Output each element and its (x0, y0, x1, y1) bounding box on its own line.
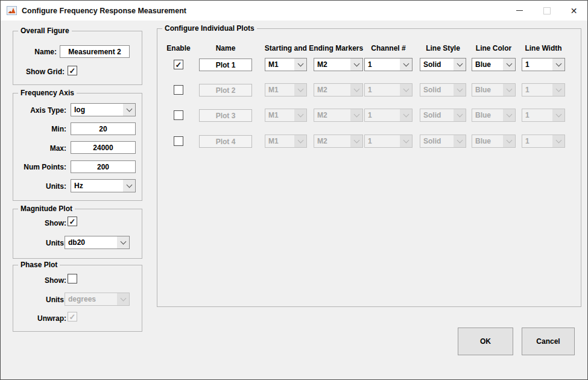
header-line-style: Line Style (420, 44, 466, 52)
phase-plot-group: Phase Plot Show: Units: degrees Unwrap: (13, 265, 142, 332)
plot1-start-marker-select[interactable]: M1 (265, 58, 307, 71)
chevron-down-icon (350, 59, 362, 71)
phase-plot-legend: Phase Plot (18, 261, 60, 269)
plot3-enable-checkbox[interactable] (174, 110, 183, 120)
max-input[interactable]: 24000 (71, 141, 136, 154)
plot4-name-input: Plot 4 (199, 135, 252, 148)
show-grid-label: Show Grid: (16, 68, 65, 76)
plot1-name-input[interactable]: Plot 1 (199, 59, 252, 71)
plot-row-2: Plot 2 M1 M2 1 Solid Blue 1 (157, 83, 581, 99)
chevron-down-icon (454, 135, 466, 147)
phase-show-checkbox[interactable] (68, 274, 77, 283)
overall-figure-legend: Overall Figure (18, 27, 72, 35)
plot1-line-color-select[interactable]: Blue (472, 58, 516, 71)
window-controls: ✕ (506, 1, 587, 21)
magnitude-units-label: Units: (13, 239, 66, 247)
chevron-down-icon (454, 109, 466, 121)
plot1-enable-checkbox[interactable] (174, 60, 183, 69)
plot2-line-width-select: 1 (522, 83, 565, 97)
chevron-down-icon (552, 84, 564, 96)
title-bar: Configure Frequency Response Measurement… (1, 1, 587, 21)
plot-row-3: Plot 3 M1 M2 1 Solid Blue 1 (157, 109, 581, 124)
magnitude-plot-legend: Magnitude Plot (18, 204, 75, 213)
cancel-button[interactable]: Cancel (522, 328, 575, 355)
min-input[interactable]: 20 (71, 122, 136, 135)
freq-units-label: Units: (13, 182, 66, 191)
magnitude-units-select[interactable]: db20 (65, 236, 130, 249)
chevron-down-icon (294, 84, 306, 96)
chevron-down-icon (117, 236, 129, 249)
chevron-down-icon (503, 109, 515, 121)
individual-plots-group: Configure Individual Plots Enable Name S… (157, 28, 581, 307)
num-points-label: Num Points: (13, 163, 66, 171)
header-line-color: Line Color (472, 44, 516, 52)
plot3-end-marker-select: M2 (314, 109, 363, 122)
plot1-channel-select[interactable]: 1 (364, 58, 413, 71)
plot1-line-style-select[interactable]: Solid (420, 58, 466, 71)
plot2-line-color-select: Blue (472, 83, 516, 97)
phase-units-select: degrees (65, 293, 130, 306)
plot3-line-color-select: Blue (472, 109, 516, 122)
chevron-down-icon (350, 84, 362, 96)
name-label: Name: (16, 48, 57, 56)
chevron-down-icon (123, 104, 135, 116)
magnitude-plot-group: Magnitude Plot Show: Units: db20 (13, 209, 142, 259)
header-channel: Channel # (364, 44, 413, 52)
plot2-enable-checkbox[interactable] (174, 85, 183, 95)
chevron-down-icon (294, 135, 306, 147)
plot2-name-input: Plot 2 (199, 84, 252, 97)
plot1-end-marker-select[interactable]: M2 (314, 58, 363, 71)
frequency-axis-group: Frequency Axis Axis Type: log Min: 20 Ma… (13, 93, 142, 201)
header-line-width: Line Width (522, 44, 565, 52)
magnitude-show-checkbox[interactable] (68, 217, 77, 226)
ok-button[interactable]: OK (458, 328, 513, 355)
header-enable: Enable (160, 44, 197, 52)
plot3-line-width-select: 1 (522, 109, 565, 122)
maximize-icon (543, 7, 551, 14)
phase-units-label: Units: (13, 296, 66, 304)
chevron-down-icon (350, 135, 362, 147)
plot4-start-marker-select: M1 (265, 135, 307, 148)
unwrap-checkbox (68, 312, 77, 321)
figure-name-input[interactable]: Measurement 2 (60, 45, 130, 58)
chevron-down-icon (294, 109, 306, 121)
frequency-axis-legend: Frequency Axis (18, 89, 77, 97)
plot1-line-width-select[interactable]: 1 (522, 58, 565, 71)
close-icon: ✕ (571, 7, 578, 15)
axis-type-label: Axis Type: (13, 106, 66, 115)
window-title: Configure Frequency Response Measurement (22, 7, 186, 15)
chevron-down-icon (350, 109, 362, 121)
minimize-icon (516, 10, 523, 11)
chevron-down-icon (400, 59, 412, 71)
individual-plots-legend: Configure Individual Plots (162, 24, 257, 33)
minimize-button[interactable] (506, 1, 533, 21)
chevron-down-icon (294, 59, 306, 71)
min-label: Min: (13, 125, 66, 133)
chevron-down-icon (117, 293, 129, 305)
chevron-down-icon (454, 59, 466, 71)
close-button[interactable]: ✕ (560, 1, 587, 21)
chevron-down-icon (503, 59, 515, 71)
axis-type-select[interactable]: log (71, 103, 136, 116)
chevron-down-icon (400, 84, 412, 96)
num-points-input[interactable]: 200 (71, 160, 136, 173)
matlab-logo-icon (7, 6, 17, 15)
plot2-line-style-select: Solid (420, 83, 466, 97)
plot3-name-input: Plot 3 (199, 109, 252, 122)
overall-figure-group: Overall Figure Name: Measurement 2 Show … (13, 31, 142, 85)
chevron-down-icon (503, 84, 515, 96)
plot2-end-marker-select: M2 (314, 83, 363, 97)
plot4-channel-select: 1 (364, 135, 413, 148)
chevron-down-icon (503, 135, 515, 147)
plot-row-4: Plot 4 M1 M2 1 Solid Blue 1 (157, 135, 581, 150)
chevron-down-icon (400, 135, 412, 147)
header-name: Name (199, 44, 252, 52)
plot3-line-style-select: Solid (420, 109, 466, 122)
chevron-down-icon (552, 135, 564, 147)
magnitude-show-label: Show: (13, 219, 66, 227)
plot4-enable-checkbox[interactable] (174, 136, 183, 146)
freq-units-select[interactable]: Hz (71, 179, 136, 192)
plot2-start-marker-select: M1 (265, 83, 307, 97)
plot3-start-marker-select: M1 (265, 109, 307, 122)
show-grid-checkbox[interactable] (68, 66, 77, 75)
